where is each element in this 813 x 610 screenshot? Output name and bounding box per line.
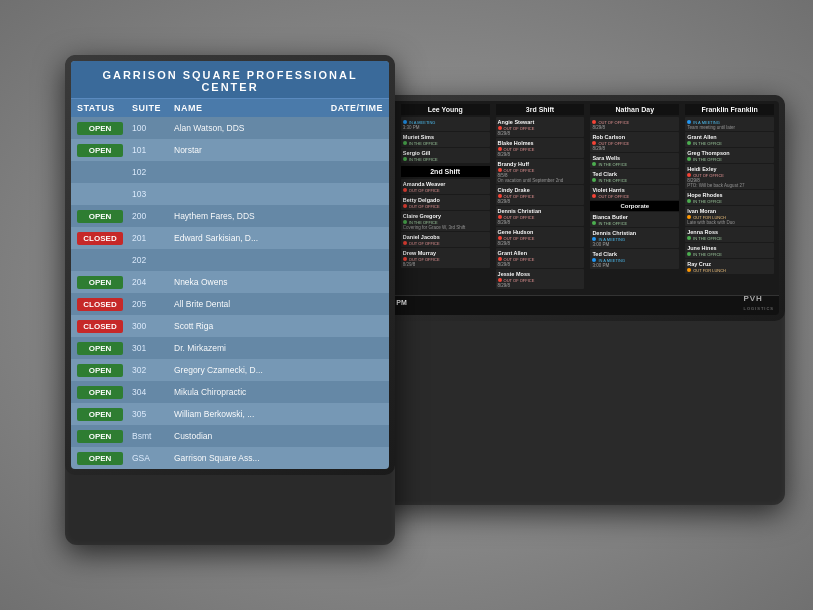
- list-item: Claire Gregory IN THE OFFICE Covering fo…: [401, 211, 490, 231]
- status-badge: OPEN: [77, 342, 123, 355]
- list-item: Sara Wells IN THE OFFICE: [590, 153, 679, 168]
- shift-col-2: Lee Young IN A MEETING 3:30 PM Muriet Si…: [399, 104, 492, 312]
- name-cell: All Brite Dental: [174, 299, 313, 309]
- list-item: Sergio Gill IN THE OFFICE: [401, 148, 490, 163]
- directory-screen: GARRISON SQUARE PROFESSIONAL CENTER STAT…: [71, 61, 389, 469]
- status-badge: OPEN: [77, 408, 123, 421]
- name-cell: Dr. Mirkazemi: [174, 343, 313, 353]
- list-item: Violet Harris OUT OF OFFICE: [590, 185, 679, 200]
- suite-cell: 301: [132, 343, 174, 353]
- list-item: Dennis Christian OUT OF OFFICE 8/29/8: [496, 206, 585, 226]
- suite-cell: Bsmt: [132, 431, 174, 441]
- list-item: IN A MEETING 3:30 PM: [401, 117, 490, 131]
- table-row: OPEN 100 Alan Watson, DDS: [71, 117, 389, 139]
- list-item: Angie Stewart OUT OF OFFICE 8/29/8: [496, 117, 585, 137]
- name-cell: Scott Riga: [174, 321, 313, 331]
- front-monitor: GARRISON SQUARE PROFESSIONAL CENTER STAT…: [65, 55, 395, 545]
- suite-cell: 205: [132, 299, 174, 309]
- status-badge: OPEN: [77, 122, 123, 135]
- table-row: OPEN 101 Norstar: [71, 139, 389, 161]
- pvh-logo: PVH LOGISTICS: [743, 294, 774, 312]
- list-item: Drew Murray OUT OF OFFICE 8/29/8: [401, 248, 490, 268]
- table-row: OPEN 200 Haythem Fares, DDS: [71, 205, 389, 227]
- list-item: Rob Carlson OUT OF OFFICE 8/29/8: [590, 132, 679, 152]
- list-item: Grant Allen OUT OF OFFICE 8/29/8: [496, 248, 585, 268]
- shift-3-title: 3rd Shift: [496, 104, 585, 115]
- list-item: IN A MEETING Team meeting until later: [685, 117, 774, 131]
- suite-cell: 100: [132, 123, 174, 133]
- status-badge: CLOSED: [77, 232, 123, 245]
- status-badge: OPEN: [77, 430, 123, 443]
- table-row: OPEN 302 Gregory Czarnecki, D...: [71, 359, 389, 381]
- suite-cell: 305: [132, 409, 174, 419]
- table-row: CLOSED 205 All Brite Dental: [71, 293, 389, 315]
- list-item: Brandy Huff OUT OF OFFICE 8/5/8 On vacat…: [496, 159, 585, 184]
- table-row: OPEN 305 William Berkowski, ...: [71, 403, 389, 425]
- name-cell: Nneka Owens: [174, 277, 313, 287]
- list-item: Grant Allen IN THE OFFICE: [685, 132, 774, 147]
- name-cell: William Berkowski, ...: [174, 409, 313, 419]
- list-item: Ted Clark IN THE OFFICE: [590, 169, 679, 184]
- name-cell: Garrison Square Ass...: [174, 453, 313, 463]
- directory-header: GARRISON SQUARE PROFESSIONAL CENTER: [71, 61, 389, 99]
- suite-cell: 200: [132, 211, 174, 221]
- suite-cell: 201: [132, 233, 174, 243]
- name-cell: Edward Sarkisian, D...: [174, 233, 313, 243]
- suite-cell: GSA: [132, 453, 174, 463]
- status-badge: OPEN: [77, 210, 123, 223]
- list-item: Ray Cruz OUT FOR LUNCH: [685, 259, 774, 274]
- corporate-label: Corporate: [590, 201, 679, 211]
- col-header-name: NAME: [174, 103, 313, 113]
- suite-cell: 103: [132, 189, 174, 199]
- list-item: Cindy Drake OUT OF OFFICE 8/29/8: [496, 185, 585, 205]
- list-item: Daniel Jacobs OUT OF OFFICE: [401, 232, 490, 247]
- name-cell: Norstar: [174, 145, 313, 155]
- franklin-title: Franklin Franklin: [685, 104, 774, 115]
- suite-cell: 101: [132, 145, 174, 155]
- table-row: OPEN 204 Nneka Owens: [71, 271, 389, 293]
- shift-2nd-title: 2nd Shift: [401, 166, 490, 177]
- name-cell: Gregory Czarnecki, D...: [174, 365, 313, 375]
- status-badge: OPEN: [77, 364, 123, 377]
- status-badge: OPEN: [77, 276, 123, 289]
- table-row: OPEN 304 Mikula Chiropractic: [71, 381, 389, 403]
- suite-cell: 304: [132, 387, 174, 397]
- shift-2-title: Lee Young: [401, 104, 490, 115]
- suite-cell: 204: [132, 277, 174, 287]
- status-badge: CLOSED: [77, 320, 123, 333]
- list-item: Muriet Sims IN THE OFFICE: [401, 132, 490, 147]
- list-item: Gene Hudson OUT OF OFFICE 8/29/8: [496, 227, 585, 247]
- directory-column-headers: STATUS SUITE NAME DATE/TIME: [71, 99, 389, 117]
- list-item: Hope Rhodes IN THE OFFICE: [685, 190, 774, 205]
- list-item: OUT OF OFFICE 8/29/8: [590, 117, 679, 131]
- suite-cell: 302: [132, 365, 174, 375]
- table-row: CLOSED 300 Scott Riga: [71, 315, 389, 337]
- name-cell: Alan Watson, DDS: [174, 123, 313, 133]
- shift-col-3: 3rd Shift Angie Stewart OUT OF OFFICE 8/…: [494, 104, 587, 312]
- name-cell: Custodian: [174, 431, 313, 441]
- list-item: Ivan Moran OUT FOR LUNCH Late with back …: [685, 206, 774, 226]
- table-row: 103: [71, 183, 389, 205]
- table-row: CLOSED 201 Edward Sarkisian, D...: [71, 227, 389, 249]
- status-badge: CLOSED: [77, 298, 123, 311]
- suite-cell: 102: [132, 167, 174, 177]
- directory-title: GARRISON SQUARE PROFESSIONAL CENTER: [81, 69, 379, 93]
- name-cell: Haythem Fares, DDS: [174, 211, 313, 221]
- col-header-suite: SUITE: [132, 103, 174, 113]
- list-item: June Hines IN THE OFFICE: [685, 243, 774, 258]
- list-item: Ted Clark IN A MEETING 3:00 PM: [590, 249, 679, 269]
- list-item: Jessie Moss OUT OF OFFICE 8/29/8: [496, 269, 585, 289]
- table-row: OPEN Bsmt Custodian: [71, 425, 389, 447]
- list-item: Blake Holmes OUT OF OFFICE 8/29/8: [496, 138, 585, 158]
- table-row: OPEN GSA Garrison Square Ass...: [71, 447, 389, 469]
- directory-rows: OPEN 100 Alan Watson, DDS OPEN 101 Norst…: [71, 117, 389, 469]
- shift-corp-title: Nathan Day: [590, 104, 679, 115]
- list-item: Amanda Weaver OUT OF OFFICE: [401, 179, 490, 194]
- table-row: 102: [71, 161, 389, 183]
- shift-col-corporate: Nathan Day OUT OF OFFICE 8/29/8 Rob Carl…: [588, 104, 681, 312]
- status-badge: OPEN: [77, 144, 123, 157]
- list-item: Betty Delgado OUT OF OFFICE: [401, 195, 490, 210]
- status-badge: OPEN: [77, 452, 123, 465]
- list-item: Heidi Exley OUT OF OFFICE 8/29/8 PTO: Wi…: [685, 164, 774, 189]
- list-item: Bianca Butler IN THE OFFICE: [590, 212, 679, 227]
